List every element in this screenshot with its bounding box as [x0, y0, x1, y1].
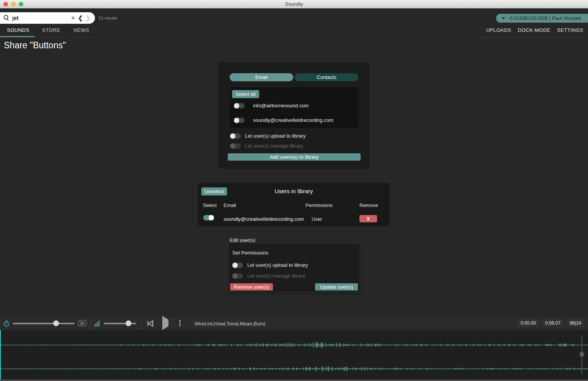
search-forward-icon[interactable]: ❯ — [85, 15, 90, 21]
search-icon — [3, 15, 10, 21]
results-count: 51 results — [99, 16, 117, 20]
skip-to-start-icon[interactable] — [147, 320, 154, 329]
users-in-library-panel: Unselect Users in library Select Email P… — [198, 183, 390, 226]
edit-manage-permission-row: Let user(s) manage library — [232, 273, 305, 279]
column-header-email: Email — [224, 202, 236, 208]
zoom-window-icon[interactable] — [19, 2, 23, 7]
search-input[interactable] — [12, 15, 70, 21]
edit-upload-permission-row: Let user(s) upload to library — [232, 262, 308, 268]
track-title: Wind,Int,Howl,Tonal,Moan,Burst — [194, 321, 265, 327]
share-dialog: Email Contacts Select all info@airbornes… — [217, 61, 370, 169]
playhead-cursor[interactable] — [0, 330, 1, 381]
tab-store[interactable]: STORE — [42, 27, 60, 33]
users-panel-title: Users in library — [198, 188, 390, 194]
search-box[interactable]: ✕ ❮ ❯ — [0, 12, 95, 24]
edit-users-label: Edit user(s) — [230, 237, 255, 243]
time-current: 0:00.00 — [518, 319, 539, 327]
add-users-button[interactable]: Add users(s) to library — [228, 153, 361, 161]
divider — [141, 317, 141, 330]
clear-search-icon[interactable]: ✕ — [71, 15, 75, 21]
volume-slider[interactable] — [104, 323, 136, 324]
tab-news[interactable]: NEWS — [74, 27, 89, 33]
manage-permission-row: Let user(s) manage library — [230, 143, 303, 149]
speed-2x-button[interactable]: 2x — [78, 320, 87, 326]
volume-icon — [94, 320, 100, 327]
horizontal-scrollbar[interactable] — [0, 379, 588, 381]
window-title: Soundly — [0, 1, 588, 7]
user-row-email: soundly@creativefieldrecording.com — [224, 216, 304, 222]
column-header-remove: Remove — [359, 202, 378, 208]
navbar: SOUNDS STORE NEWS UPLOADS DOCK-MODE SETT… — [0, 24, 588, 37]
tab-sounds[interactable]: SOUNDS — [7, 27, 29, 33]
contact-row: soundly@creativefieldrecording.com — [234, 117, 333, 123]
edit-upload-permission-label: Let user(s) upload to library — [247, 262, 308, 268]
share-tab-email[interactable]: Email — [230, 73, 293, 81]
tab-uploads[interactable]: UPLOADS — [486, 27, 511, 33]
edit-manage-permission-toggle[interactable] — [232, 273, 243, 279]
remove-users-button[interactable]: Remove user(s) — [230, 283, 273, 291]
app-window: Soundly ✕ ❮ ❯ 51 results -0.01GB/100.0GB… — [0, 0, 588, 381]
upload-permission-toggle[interactable] — [230, 133, 241, 139]
update-users-button[interactable]: Update user(s) — [315, 283, 358, 291]
speed-slider-knob[interactable] — [53, 320, 59, 326]
active-tab-underline — [0, 36, 35, 37]
speed-slider[interactable] — [13, 323, 75, 324]
column-header-permissions: Permissions — [305, 202, 333, 208]
sample-rate-bit-depth: 96|24 — [567, 319, 584, 327]
user-select-toggle[interactable] — [203, 215, 214, 220]
upload-permission-row: Let user(s) upload to library — [230, 133, 305, 139]
contact-email: soundly@creativefieldrecording.com — [253, 117, 333, 123]
close-window-icon[interactable] — [3, 2, 8, 7]
time-total: 0:09.07 — [542, 319, 564, 327]
chevron-down-icon — [501, 17, 505, 20]
more-options-icon[interactable] — [179, 320, 181, 326]
storage-label: -0.01GB/100.0GB | Paul Virostek — [508, 15, 581, 21]
manage-permission-toggle[interactable] — [230, 143, 241, 149]
column-header-select: Select — [203, 202, 217, 208]
share-tab-contacts[interactable]: Contacts — [295, 73, 358, 81]
edit-manage-permission-label: Let user(s) manage library — [247, 273, 305, 279]
remove-user-x-button[interactable]: X — [359, 215, 377, 222]
topbar: ✕ ❮ ❯ 51 results -0.01GB/100.0GB | Paul … — [0, 9, 588, 24]
contact-toggle[interactable] — [234, 118, 245, 123]
minimize-window-icon[interactable] — [11, 2, 16, 7]
contact-email: info@airbornesound.com — [253, 103, 309, 108]
volume-slider-knob[interactable] — [126, 320, 131, 326]
set-permissions-heading: Set Permissions — [232, 250, 268, 256]
upload-permission-label: Let user(s) upload to library — [245, 133, 305, 139]
select-all-button[interactable]: Select all — [232, 90, 259, 98]
edit-users-panel: Set Permissions Let user(s) upload to li… — [228, 243, 360, 292]
divider — [90, 317, 91, 330]
contacts-panel: Select all info@airbornesound.com soundl… — [230, 87, 358, 128]
waveform-marker-handle[interactable] — [580, 352, 584, 357]
playback-speed-icon — [3, 320, 10, 328]
user-row-permission: User — [312, 216, 322, 222]
contact-row: info@airbornesound.com — [234, 103, 309, 108]
play-icon[interactable] — [162, 320, 168, 327]
waveform-canvas[interactable] — [0, 330, 588, 381]
page-title: Share "Buttons" — [4, 40, 66, 51]
manage-permission-label: Let user(s) manage library — [245, 143, 303, 149]
tab-dock-mode[interactable]: DOCK-MODE — [518, 27, 550, 33]
titlebar: Soundly — [0, 0, 588, 8]
waveform-area[interactable] — [0, 330, 588, 381]
player-bar: 2x Wind,Int,Howl,Tonal,Moan,Burst 0:00.0… — [0, 317, 588, 330]
search-back-icon[interactable]: ❮ — [78, 15, 83, 21]
edit-upload-permission-toggle[interactable] — [232, 263, 243, 268]
account-storage-button[interactable]: -0.01GB/100.0GB | Paul Virostek — [496, 14, 588, 23]
tab-settings[interactable]: SETTINGS — [557, 27, 583, 33]
contact-toggle[interactable] — [234, 103, 245, 108]
